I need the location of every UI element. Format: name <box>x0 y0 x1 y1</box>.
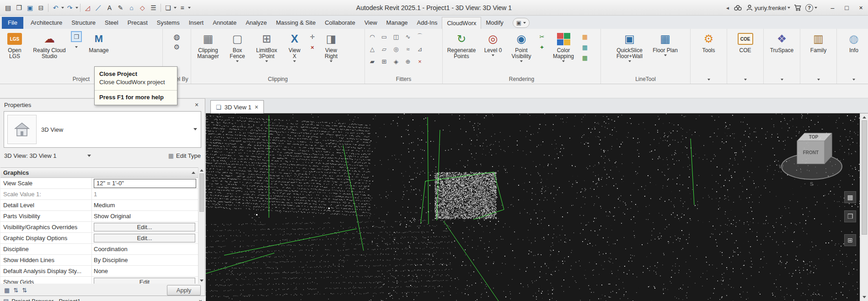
apply-button[interactable]: Apply <box>167 285 201 296</box>
discipline-field[interactable]: Coordination <box>92 244 198 254</box>
properties-scrollbar[interactable] <box>198 167 204 284</box>
type-selector[interactable]: 3D View <box>4 111 201 148</box>
customize-qat-icon[interactable]: ≡ <box>177 2 188 13</box>
color-tool-icon-1[interactable]: ▦ <box>580 32 589 41</box>
viewport-scrollbar-thumb[interactable] <box>862 120 867 235</box>
panel-truspace-dropdown-icon[interactable] <box>781 79 783 81</box>
tab-cloudworx[interactable]: CloudWorx <box>442 17 481 29</box>
quickslice-dropdown-icon[interactable] <box>628 60 631 62</box>
box-fence-dropdown-icon[interactable] <box>236 60 239 62</box>
fitters-tool-icon-5[interactable]: ⌒ <box>414 32 425 42</box>
minimize-button[interactable]: – <box>825 0 840 16</box>
viewport-scroll-up-icon[interactable] <box>863 116 866 118</box>
graphic-display-options-edit-button[interactable]: Edit... <box>94 234 195 242</box>
fitters-tool-icon-14[interactable]: ⊕ <box>402 56 413 66</box>
view-tab-3d-view-1[interactable]: ❏ 3D View 1 × <box>210 100 264 113</box>
default-analysis-field[interactable]: None <box>92 266 198 276</box>
regenerate-points-button[interactable]: ↻ Regenerate Points <box>444 30 479 59</box>
switch-windows-dropdown-icon[interactable] <box>174 7 177 9</box>
save-icon[interactable]: ▣ <box>25 2 35 13</box>
limitbox-3point-button[interactable]: ⊞ LimitBox 3Point <box>251 30 282 62</box>
measure-icon[interactable]: ◿ <box>82 2 93 13</box>
detail-level-field[interactable]: Medium <box>92 200 198 210</box>
tab-steel[interactable]: Steel <box>100 17 123 29</box>
color-mapping-dropdown-icon[interactable] <box>562 60 565 62</box>
level-dropdown-icon[interactable] <box>492 54 494 56</box>
clipping-manager-button[interactable]: ▦ Clipping Manager <box>193 30 224 59</box>
fitters-tool-icon-6[interactable]: △ <box>367 44 378 54</box>
floor-plan-button[interactable]: ▦ Floor Plan <box>650 30 681 56</box>
clipping-remove-icon[interactable]: × <box>308 43 317 52</box>
viewport-scroll-down-icon[interactable] <box>863 296 866 298</box>
model-by-gear-icon[interactable]: ⚙ <box>172 43 182 52</box>
tab-analyze[interactable]: Analyze <box>241 17 271 29</box>
properties-close-icon[interactable]: × <box>193 101 201 108</box>
sort-ascending-icon[interactable]: ⇅ <box>13 287 18 294</box>
fitters-tool-icon-10[interactable]: ⊿ <box>414 44 425 54</box>
fitters-tool-icon-1[interactable]: ◠ <box>367 32 378 42</box>
point-visibility-dropdown-icon[interactable] <box>520 60 523 62</box>
view-right-button[interactable]: ◨ View Right <box>319 30 343 62</box>
collapse-infocenter-icon[interactable]: ◄ <box>725 5 730 11</box>
cart-icon[interactable] <box>794 4 802 11</box>
view-tab-close-icon[interactable]: × <box>255 103 258 111</box>
quickslice-button[interactable]: ▣ QuickSlice Floor+Wall <box>611 30 649 62</box>
sort-descending-icon[interactable]: ⇅ <box>22 287 27 294</box>
ribbon-mode-button[interactable]: ▣ <box>513 18 530 28</box>
tab-architecture[interactable]: Architecture <box>26 17 67 29</box>
customize-qat-dropdown-icon[interactable] <box>188 7 191 9</box>
family-button[interactable]: ▥ Family <box>803 30 834 54</box>
tab-massing-site[interactable]: Massing & Site <box>271 17 320 29</box>
project-browser-close-icon[interactable]: × <box>198 298 202 301</box>
text-icon[interactable]: ✎ <box>115 2 126 13</box>
undo-icon[interactable]: ↶ <box>50 2 61 13</box>
search-icon[interactable] <box>734 4 742 11</box>
clipping-add-icon[interactable]: ✛ <box>308 32 317 41</box>
maximize-button[interactable]: □ <box>840 0 854 16</box>
tab-structure[interactable]: Structure <box>67 17 100 29</box>
section-icon[interactable]: ◇ <box>137 2 148 13</box>
panel-family-dropdown-icon[interactable] <box>817 79 820 81</box>
fitters-tool-icon-2[interactable]: ▭ <box>379 32 390 42</box>
scroll-up-icon[interactable] <box>200 169 204 172</box>
tab-manage[interactable]: Manage <box>382 17 413 29</box>
fitters-tool-icon-3[interactable]: ◫ <box>391 32 402 42</box>
manage-connection-button[interactable]: M Manage <box>83 30 115 54</box>
switch-windows-icon[interactable]: ❏ <box>163 2 173 13</box>
color-tool-icon-3[interactable]: ▦ <box>580 53 589 62</box>
fitters-tool-icon-8[interactable]: ◎ <box>391 44 402 54</box>
default-3d-view-icon[interactable]: ⌂ <box>126 2 137 13</box>
coe-button[interactable]: COE COE <box>730 30 761 54</box>
tab-systems[interactable]: Systems <box>152 17 184 29</box>
box-fence-button[interactable]: ▢ Box Fence <box>225 30 250 62</box>
model-by-sphere-icon[interactable]: ◍ <box>172 32 182 41</box>
app-menu-icon[interactable]: ▤ <box>3 2 13 13</box>
point-cloud-canvas[interactable] <box>206 113 860 301</box>
scrollbar-thumb[interactable] <box>199 173 204 212</box>
help-button[interactable]: ? <box>805 4 817 12</box>
panel-tools-dropdown-icon[interactable] <box>707 79 710 81</box>
project-browser-header[interactable]: ▤ Project Browser - Project1 × <box>0 296 205 301</box>
aligned-dimension-icon[interactable]: ／ <box>93 2 104 13</box>
panel-info-dropdown-icon[interactable] <box>852 79 855 81</box>
tab-precast[interactable]: Precast <box>123 17 152 29</box>
user-account-button[interactable]: yuriy.frenkel <box>746 4 790 11</box>
info-button[interactable]: ◍ Info <box>838 30 868 54</box>
tab-add-ins[interactable]: Add-Ins <box>413 17 442 29</box>
viewport-tool-button-1[interactable]: ▩ <box>844 191 856 203</box>
open-icon[interactable]: ❒ <box>14 2 24 13</box>
level-button[interactable]: ◎ Level 0 <box>480 30 506 56</box>
tab-collaborate[interactable]: Collaborate <box>320 17 360 29</box>
redo-dropdown-icon[interactable] <box>75 7 78 9</box>
tools-button[interactable]: ⚙ Tools <box>693 30 724 54</box>
tab-insert[interactable]: Insert <box>184 17 209 29</box>
fitters-tool-icon-15[interactable]: × <box>414 56 425 66</box>
parts-visibility-field[interactable]: Show Original <box>92 211 198 221</box>
point-visibility-button[interactable]: ◉ Point Visibility <box>507 30 536 62</box>
tab-view[interactable]: View <box>360 17 382 29</box>
close-project-button[interactable]: ❒ <box>72 32 81 41</box>
fitters-tool-icon-4[interactable]: ∿ <box>402 32 413 42</box>
view-right-dropdown-icon[interactable] <box>330 60 332 62</box>
section-graphics[interactable]: Graphics <box>0 168 198 178</box>
type-selector-dropdown-icon[interactable] <box>193 128 197 130</box>
